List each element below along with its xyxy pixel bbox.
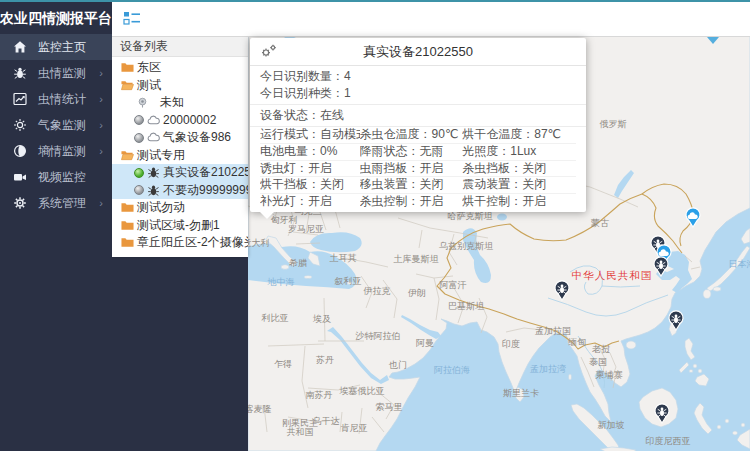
popup-field: 今日识别种类：1 — [260, 85, 576, 102]
sidebar-item-label: 虫情监测 — [38, 65, 86, 82]
popup-title: 真实设备21022550 — [363, 43, 473, 61]
popup-field: 光照度：1Lux — [462, 144, 576, 160]
gear-icon — [13, 196, 27, 210]
tree-folder[interactable]: 测试勿动 — [112, 199, 248, 217]
map-label: 利比亚 — [261, 313, 289, 323]
popup-field: 电池电量：0% — [260, 144, 360, 160]
popup-field: 烘干挡板：关闭 — [260, 177, 360, 193]
map-label: 哈萨克斯坦 — [448, 211, 493, 221]
tree-toggle-icon[interactable] — [123, 10, 141, 26]
popup-grid-row: 烘干挡板：关闭移虫装置：关闭震动装置：关闭 — [260, 177, 576, 194]
folder-icon — [121, 79, 134, 92]
tree-device[interactable]: 不要动99999999 — [112, 182, 248, 200]
map-label: 阿曼 — [416, 338, 434, 348]
map-label: 俄罗斯 — [600, 119, 627, 129]
popup-anchor-arrow — [260, 212, 274, 219]
map-label: 沙特阿拉伯 — [355, 331, 401, 341]
sidebar-item-label: 虫情统计 — [38, 91, 86, 108]
tree-device[interactable]: 真实设备21022550 — [112, 164, 248, 182]
tree-folder[interactable]: 东区 — [112, 59, 248, 77]
sidebar-item-insect-monitor[interactable]: 虫情监测› — [0, 60, 112, 86]
popup-field: 诱虫灯：开启 — [260, 161, 360, 177]
popup-field: 震动装置：关闭 — [462, 177, 576, 193]
tree-item-label: 气象设备986 — [163, 129, 231, 146]
tree-item-label: 章丘阳丘区-2个摄像头 — [137, 234, 248, 251]
status-dot-offline — [134, 115, 144, 125]
top-accent-line — [0, 0, 750, 2]
tree-folder[interactable]: 章丘阳丘区-2个摄像头 — [112, 234, 248, 252]
sidebar-item-insect-stats[interactable]: 虫情统计› — [0, 86, 112, 112]
map-label: 南苏丹 — [306, 390, 333, 400]
sidebar-item-weather-monitor[interactable]: 气象监测› — [0, 112, 112, 138]
weather-icon — [13, 118, 27, 132]
popup-grid: 运行模式：自动模式杀虫仓温度：90℃烘干仓温度：87℃电池电量：0%降雨状态：无… — [250, 127, 586, 212]
map-label: 印度 — [502, 339, 520, 349]
content: 设备列表 东区测试未知20000002气象设备986测试专用真实设备210225… — [112, 0, 750, 451]
popup-grid-row: 诱虫灯：开启虫雨挡板：开启杀虫挡板：关闭 — [260, 161, 576, 178]
insect-icon — [147, 166, 160, 179]
map-label: 泰国 — [589, 357, 607, 367]
tree-folder[interactable]: 测试区域-勿删1 — [112, 217, 248, 235]
settings-gears-icon[interactable] — [260, 44, 277, 59]
home-icon — [13, 40, 27, 54]
popup-grid-row: 运行模式：自动模式杀虫仓温度：90℃烘干仓温度：87℃ — [260, 127, 576, 144]
popup-field: 烘干仓温度：87℃ — [462, 127, 576, 143]
map-label: 伊拉克 — [364, 286, 391, 296]
map-label: 蒙古 — [591, 218, 609, 228]
popup-field: 杀虫仓温度：90℃ — [360, 127, 463, 143]
tree-folder[interactable]: 测试 — [112, 77, 248, 95]
sidebar-item-home[interactable]: 监控主页 — [0, 34, 112, 60]
chevron-right-icon: › — [99, 145, 103, 157]
status-dot-offline — [134, 185, 144, 195]
sidebar-item-soil-monitor[interactable]: 墒情监测› — [0, 138, 112, 164]
device-panel-header: 设备列表 — [112, 36, 248, 57]
sidebar-item-label: 墒情监测 — [38, 143, 86, 160]
map-label: 印度尼西亚 — [646, 436, 691, 446]
device-popup: 真实设备21022550 今日识别数量：4今日识别种类：1 设备状态：在线 运行… — [250, 38, 586, 212]
popup-field: 虫雨挡板：开启 — [360, 161, 463, 177]
map-label: 苏丹 — [316, 355, 334, 365]
popup-field: 降雨状态：无雨 — [360, 144, 463, 160]
tree-item-label: 测试勿动 — [137, 199, 185, 216]
map-label: 土耳其 — [330, 253, 357, 263]
map-label: 喀麦隆 — [248, 404, 272, 414]
map-label: 缅甸 — [568, 337, 586, 347]
status-dot-online — [134, 168, 144, 178]
map-label: 阿富汗 — [440, 280, 467, 290]
tree-item-label: 测试 — [137, 77, 161, 94]
sidebar: 农业四情测报平台 监控主页虫情监测›虫情统计›气象监测›墒情监测›视频监控系统管… — [0, 0, 112, 451]
tree-device[interactable]: 20000002 — [112, 112, 248, 130]
popup-header: 真实设备21022550 — [250, 38, 586, 66]
map-label: 埃塞俄比亚 — [339, 386, 385, 396]
sidebar-item-system-manage[interactable]: 系统管理› — [0, 190, 112, 216]
tree-folder[interactable]: 测试专用 — [112, 147, 248, 165]
tree-item-label: 20000002 — [163, 113, 216, 127]
tree-device[interactable]: 气象设备986 — [112, 129, 248, 147]
map-label: 新加坡 — [598, 420, 625, 430]
globe-icon — [13, 144, 27, 158]
map-label: 土库曼斯坦 — [394, 254, 439, 264]
map-label: 乍得 — [274, 359, 292, 369]
tree-item-label: 未知 — [160, 94, 184, 111]
popup-status: 设备状态：在线 — [250, 105, 586, 127]
map-label: 日本海 — [729, 259, 750, 269]
map-label: 伊朗 — [408, 288, 426, 298]
map-label: 中华人民共和国 — [572, 269, 653, 281]
tree-device[interactable]: 未知 — [112, 94, 248, 112]
sidebar-item-video-monitor[interactable]: 视频监控 — [0, 164, 112, 190]
map-label: 罗马尼亚 — [288, 224, 324, 234]
app-title: 农业四情测报平台 — [0, 0, 112, 34]
map-label: 阿拉伯海 — [434, 365, 470, 375]
map-label: 埃及 — [312, 314, 331, 324]
chevron-right-icon: › — [99, 119, 103, 131]
map-label: 叙利亚 — [335, 276, 362, 286]
sidebar-item-label: 视频监控 — [38, 169, 86, 186]
popup-field: 移虫装置：关闭 — [360, 177, 463, 193]
folder-icon — [121, 149, 134, 162]
map-label: 孟加拉湾 — [530, 364, 566, 374]
sidebar-item-label: 气象监测 — [38, 117, 86, 134]
popup-grid-row: 电池电量：0%降雨状态：无雨光照度：1Lux — [260, 144, 576, 161]
tree-item-label: 真实设备21022550 — [163, 164, 248, 181]
topbar — [112, 0, 750, 37]
popup-summary: 今日识别数量：4今日识别种类：1 — [250, 66, 586, 105]
